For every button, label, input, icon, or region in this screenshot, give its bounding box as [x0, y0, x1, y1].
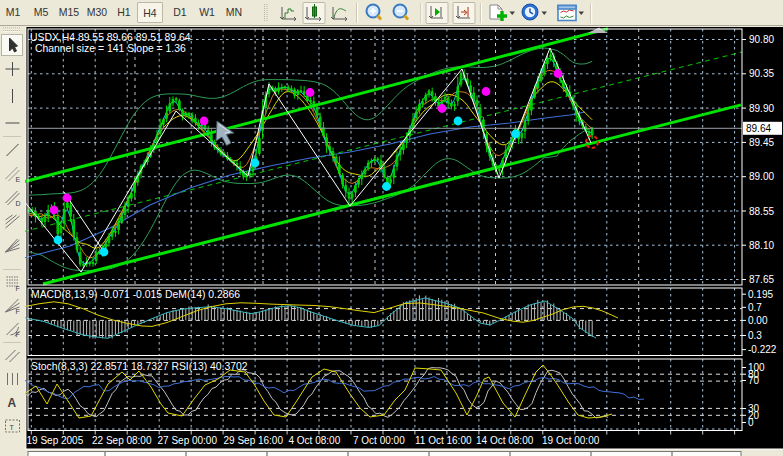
svg-text:T: T — [10, 424, 15, 431]
svg-text:19 Oct 00:00: 19 Oct 00:00 — [542, 435, 600, 446]
svg-text:F: F — [16, 308, 20, 315]
svg-text:11 Oct 16:00: 11 Oct 16:00 — [415, 435, 472, 446]
svg-text:88.55: 88.55 — [749, 206, 774, 217]
svg-text:0.7: 0.7 — [748, 302, 762, 313]
svg-text:19 Sep 2005: 19 Sep 2005 — [27, 435, 84, 446]
svg-text:-0.222: -0.222 — [748, 344, 777, 355]
svg-text:29 Sep 16:00: 29 Sep 16:00 — [224, 435, 284, 446]
svg-text:USDX,H4 89.55 89.66 89.51 89.: USDX,H4 89.55 89.66 89.51 89.64 — [30, 32, 191, 43]
svg-text:89.00: 89.00 — [749, 171, 774, 182]
svg-text:87.65: 87.65 — [749, 274, 774, 285]
svg-text:70: 70 — [748, 375, 760, 386]
svg-text:E: E — [16, 176, 21, 183]
svg-text:89.90: 89.90 — [749, 103, 774, 114]
svg-text:22 Sep 08:00: 22 Sep 08:00 — [92, 435, 152, 446]
svg-text:7 Oct 00:00: 7 Oct 00:00 — [353, 435, 405, 446]
svg-text:F: F — [16, 285, 20, 292]
svg-text:0.00: 0.00 — [748, 315, 768, 326]
svg-text:90.35: 90.35 — [749, 68, 774, 79]
svg-text:27 Sep 00:00: 27 Sep 00:00 — [158, 435, 218, 446]
svg-text:Channel size = 141 Slope = 1.3: Channel size = 141 Slope = 1.36 — [35, 43, 186, 54]
svg-text:0.195: 0.195 — [748, 289, 773, 300]
svg-text:D: D — [16, 200, 21, 207]
svg-text:F: F — [16, 331, 20, 338]
svg-text:A: A — [8, 396, 17, 410]
svg-text:MACD(8,13,9) -0.071 -0.015 De: MACD(8,13,9) -0.071 -0.015 DeM(14) 0.286… — [31, 289, 240, 300]
svg-text:0: 0 — [748, 417, 754, 428]
svg-text:88.10: 88.10 — [749, 240, 774, 251]
svg-text:4 Oct 08:00: 4 Oct 08:00 — [289, 435, 341, 446]
svg-text:89.64: 89.64 — [746, 123, 771, 134]
svg-text:90.80: 90.80 — [749, 34, 774, 45]
svg-text:89.45: 89.45 — [749, 137, 774, 148]
svg-text:0.3: 0.3 — [748, 330, 762, 341]
svg-text:Stoch(8,3,3) 22.8571 18.7327: Stoch(8,3,3) 22.8571 18.7327 RSI(13) 40.… — [31, 361, 248, 372]
svg-text:14 Oct 08:00: 14 Oct 08:00 — [476, 435, 534, 446]
